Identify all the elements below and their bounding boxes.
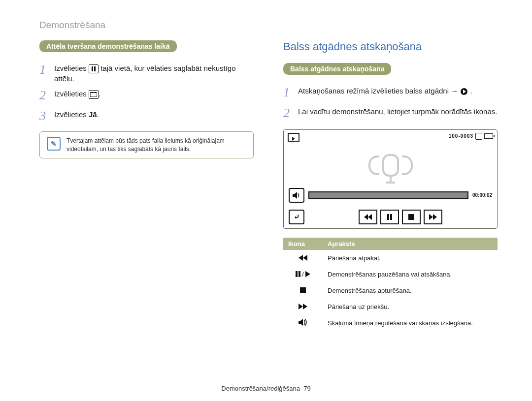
svg-marker-16: [433, 214, 437, 220]
svg-marker-26: [299, 319, 303, 326]
svg-marker-22: [305, 271, 310, 277]
row-desc: Demonstrēšanas apturēšana.: [323, 282, 498, 299]
step2-text: Izvēlieties: [54, 90, 89, 98]
svg-rect-1: [94, 66, 96, 71]
row-desc: Pāriešana uz priekšu.: [323, 299, 498, 315]
svg-rect-23: [300, 287, 306, 293]
back-button[interactable]: ⤶: [289, 210, 304, 224]
row-desc: Skaļuma līmeņa regulēšana vai skaņas izs…: [323, 315, 498, 331]
svg-text:/: /: [302, 271, 304, 277]
pause-play-icon: /: [283, 266, 323, 282]
stop-icon: [283, 282, 323, 299]
rstep1-text: Atskaņošanas režīmā izvēlieties balss at…: [298, 87, 460, 95]
svg-rect-14: [408, 214, 414, 220]
r-step-1: 1 Atskaņošanas režīmā izvēlieties balss …: [283, 84, 498, 101]
svg-rect-6: [95, 92, 96, 93]
pause-button[interactable]: [380, 210, 399, 224]
stop-button[interactable]: [402, 210, 421, 224]
step-3: 3 Izvēlieties Jā.: [39, 107, 254, 125]
step3-text-a: Izvēlieties: [54, 110, 89, 119]
svg-rect-3: [91, 92, 92, 93]
svg-rect-5: [94, 92, 95, 93]
step-number: 1: [39, 61, 54, 79]
wave-left-icon: [368, 155, 379, 175]
svg-rect-20: [299, 271, 300, 277]
note-text: Tvertajam attēlam būs tāds pats faila li…: [66, 137, 246, 154]
note-icon: ✎: [47, 137, 61, 151]
svg-marker-15: [429, 214, 433, 220]
storage-icon: [475, 133, 482, 140]
step-1: 1 Izvēlieties tajā vietā, kur vēlaties s…: [39, 61, 254, 84]
rewind-icon: [283, 250, 323, 266]
step-number: 3: [39, 107, 54, 125]
forward-icon: [283, 299, 323, 315]
left-column: Attēla tveršana demonstrēšanas laikā 1 I…: [39, 40, 254, 331]
volume-icon: [283, 315, 323, 331]
note-box: ✎ Tvertajam attēlam būs tāds pats faila …: [39, 131, 254, 159]
volume-button[interactable]: [289, 188, 304, 203]
svg-marker-10: [364, 214, 368, 220]
th-desc: Apraksts: [323, 238, 498, 250]
table-row: Skaļuma līmeņa regulēšana vai skaņas izs…: [283, 315, 498, 331]
battery-icon: [484, 133, 493, 139]
left-section-bar: Attēla tveršana demonstrēšanas laikā: [39, 40, 177, 52]
play-circle-icon: [460, 87, 470, 95]
rewind-button[interactable]: [359, 210, 377, 224]
section-title: Balss atgādnes atskaņošana: [283, 40, 498, 53]
step-number: 2: [283, 104, 298, 122]
right-section-bar: Balss atgādnes atskaņošana: [283, 63, 391, 75]
progress-bar[interactable]: [308, 191, 468, 199]
svg-marker-18: [303, 255, 307, 261]
svg-marker-9: [293, 192, 297, 199]
step-number: 1: [283, 84, 298, 101]
svg-rect-13: [390, 214, 392, 220]
pause-icon: [89, 64, 99, 73]
row-desc: Pāriešana atpakaļ.: [323, 250, 498, 266]
rstep2-text: Lai vadītu demonstrēšanu, lietojiet turp…: [298, 104, 497, 117]
wave-right-icon: [402, 155, 413, 175]
th-icon: Ikona: [283, 238, 323, 250]
file-counter: 100-0003: [449, 133, 473, 139]
svg-marker-11: [368, 214, 372, 220]
playback-preview: 100-0003 00:00:02 ⤶: [283, 129, 498, 229]
page-footer: Demonstrēšana/rediģēšana 79: [0, 385, 532, 392]
icon-table: Ikona Apraksts Pāriešana atpakaļ. /: [283, 238, 498, 331]
microphone-icon: [382, 154, 399, 177]
table-row: / Demonstrēšanas pauzēšana vai atsākšana…: [283, 266, 498, 282]
step-number: 2: [39, 87, 54, 104]
table-row: Pāriešana atpakaļ.: [283, 250, 498, 266]
page-number: 79: [303, 385, 310, 392]
forward-button[interactable]: [424, 210, 442, 224]
footer-text: Demonstrēšana/rediģēšana: [221, 385, 300, 392]
r-step-2: 2 Lai vadītu demonstrēšanu, lietojiet tu…: [283, 104, 498, 122]
step1-text-a: Izvēlieties: [54, 64, 89, 72]
svg-rect-2: [90, 93, 97, 97]
right-column: Balss atgādnes atskaņošana Balss atgādne…: [283, 40, 498, 331]
elapsed-time: 00:00:02: [472, 192, 492, 198]
row-desc: Demonstrēšanas pauzēšana vai atsākšana.: [323, 266, 498, 282]
svg-rect-0: [92, 66, 93, 71]
svg-rect-4: [92, 92, 93, 93]
svg-marker-25: [303, 304, 307, 309]
breadcrumb: Demonstrēšana: [39, 20, 498, 31]
step3-yes: Jā: [89, 110, 97, 119]
mode-icon: [288, 133, 299, 144]
table-row: Pāriešana uz priekšu.: [283, 299, 498, 315]
step-2: 2 Izvēlieties .: [39, 87, 254, 104]
svg-marker-24: [299, 304, 303, 309]
svg-rect-12: [387, 214, 389, 220]
capture-icon: [89, 90, 99, 99]
svg-rect-19: [296, 271, 298, 277]
table-row: Demonstrēšanas apturēšana.: [283, 282, 498, 299]
svg-marker-17: [299, 255, 303, 261]
